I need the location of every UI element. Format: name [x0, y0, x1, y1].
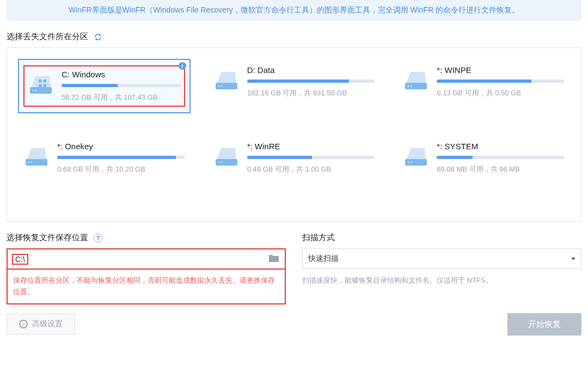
partition-name: *: WINPE: [437, 65, 565, 75]
svg-point-14: [31, 162, 33, 163]
svg-point-7: [218, 86, 219, 87]
svg-rect-5: [39, 83, 46, 84]
usage-bar: [62, 84, 181, 87]
usage-bar: [247, 80, 375, 83]
partition-stats: 0.68 GB 可用，共 10.20 GB: [57, 164, 185, 174]
save-path-input[interactable]: [32, 255, 264, 264]
svg-point-16: [218, 162, 219, 163]
info-badge-icon[interactable]: i: [179, 62, 186, 70]
partition-stats: 0.49 GB 可用，共 1.00 GB: [247, 164, 375, 174]
usage-bar: [437, 156, 565, 159]
partition-card[interactable]: C: Windows56.72 GB 可用，共 107.43 GBi: [18, 59, 191, 113]
partition-section-title: 选择丢失文件所在分区: [7, 32, 581, 42]
partition-stats: 56.72 GB 可用，共 107.43 GB: [62, 93, 181, 102]
svg-point-13: [28, 162, 30, 163]
disk-icon: [213, 65, 240, 92]
usage-bar: [437, 80, 565, 83]
partition-name: D: Data: [247, 65, 375, 75]
partition-stats: 69.08 MB 可用，共 96 MB: [437, 164, 565, 174]
folder-icon[interactable]: [268, 254, 279, 264]
disk-icon: [213, 142, 240, 168]
partition-stats: 0.13 GB 可用，共 0.50 GB: [437, 88, 565, 98]
partition-name: *: SYSTEM: [437, 142, 565, 151]
partition-title-text: 选择丢失文件所在分区: [7, 32, 88, 42]
scan-mode-select[interactable]: 快速扫描: [302, 248, 581, 269]
save-path-error: 保存位置所在分区，不能与恢复分区相同，否则可能造成数据永久丢失。请更换保存位置。: [7, 270, 286, 304]
partition-name: *: Onekey: [57, 142, 185, 151]
usage-bar: [57, 156, 185, 159]
refresh-icon[interactable]: [94, 33, 102, 41]
svg-point-19: [408, 162, 409, 163]
disk-icon: [403, 142, 429, 168]
chevron-down-icon: [571, 258, 575, 260]
scan-mode-value: 快速扫描: [308, 254, 339, 264]
save-section-title: 选择恢复文件保存位置 ?: [7, 233, 286, 243]
gear-icon: ✓: [19, 320, 28, 328]
svg-point-11: [411, 86, 412, 87]
disk-icon: [403, 65, 429, 92]
svg-point-8: [220, 86, 222, 87]
partition-name: C: Windows: [62, 70, 181, 79]
partition-card[interactable]: *: Onekey0.68 GB 可用，共 10.20 GB: [18, 135, 191, 181]
advanced-label: 高级设置: [32, 319, 63, 329]
start-recovery-button[interactable]: 开始恢复: [507, 313, 581, 336]
info-banner: WinFR界面版是WinFR（Windows File Recovery，微软官…: [7, 0, 581, 21]
scan-section-title: 扫描方式: [302, 233, 581, 243]
save-path-field[interactable]: C:\: [7, 248, 286, 270]
svg-point-20: [411, 162, 412, 163]
scan-title-text: 扫描方式: [302, 233, 335, 243]
partition-card[interactable]: *: WINPE0.13 GB 可用，共 0.50 GB: [397, 59, 570, 113]
disk-icon: [28, 70, 54, 96]
usage-bar: [247, 156, 375, 159]
partitions-panel: C: Windows56.72 GB 可用，共 107.43 GBiD: Dat…: [7, 47, 581, 222]
advanced-settings-button[interactable]: ✓ 高级设置: [7, 314, 75, 334]
svg-point-1: [33, 90, 34, 92]
svg-point-10: [408, 86, 409, 87]
partition-card[interactable]: *: WinRE0.49 GB 可用，共 1.00 GB: [208, 135, 381, 181]
svg-point-2: [35, 90, 37, 92]
help-icon[interactable]: ?: [94, 234, 102, 242]
disk-icon: [23, 142, 50, 168]
partition-stats: 182.16 GB 可用，共 931.50 GB: [247, 88, 375, 98]
partition-card[interactable]: D: Data182.16 GB 可用，共 931.50 GB: [208, 59, 381, 113]
save-title-text: 选择恢复文件保存位置: [7, 233, 88, 243]
partition-name: *: WinRE: [247, 142, 375, 151]
partition-card[interactable]: *: SYSTEM69.08 MB 可用，共 96 MB: [397, 135, 570, 181]
svg-point-17: [220, 162, 222, 163]
scan-mode-desc: 扫描速度快，能够恢复目录结构和文件名。仅适用于 NTFS。: [302, 276, 581, 285]
save-path-value: C:\: [12, 254, 28, 265]
